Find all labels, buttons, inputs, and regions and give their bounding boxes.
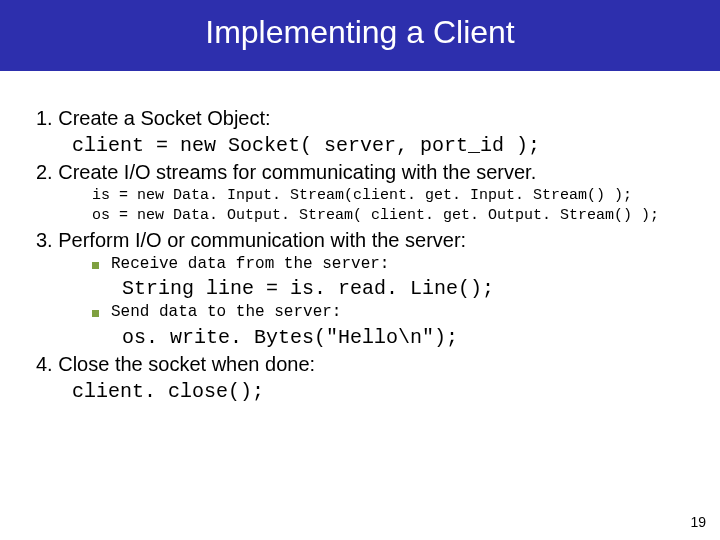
bullet-item-1: Receive data from the server: [36, 254, 692, 276]
bullet-2-code: os. write. Bytes("Hello\n"); [36, 324, 692, 351]
step-2-code-1: is = new Data. Input. Stream(client. get… [36, 186, 692, 206]
step-4-text: 4. Close the socket when done: [36, 351, 692, 378]
step-1-text: 1. Create a Socket Object: [36, 105, 692, 132]
step-2-text: 2. Create I/O streams for communicating … [36, 159, 692, 186]
bullet-item-2: Send data to the server: [36, 302, 692, 324]
slide: Implementing a Client 1. Create a Socket… [0, 0, 720, 540]
bullet-icon [92, 310, 99, 317]
step-4-code: client. close(); [36, 378, 692, 405]
slide-title: Implementing a Client [0, 0, 720, 71]
page-number: 19 [690, 514, 706, 530]
step-3-text: 3. Perform I/O or communication with the… [36, 227, 692, 254]
step-2-code-2: os = new Data. Output. Stream( client. g… [36, 206, 692, 226]
step-1-code: client = new Socket( server, port_id ); [36, 132, 692, 159]
slide-body: 1. Create a Socket Object: client = new … [0, 71, 720, 405]
bullet-2-label: Send data to the server: [111, 302, 341, 324]
bullet-icon [92, 262, 99, 269]
bullet-1-code: String line = is. read. Line(); [36, 275, 692, 302]
bullet-1-label: Receive data from the server: [111, 254, 389, 276]
